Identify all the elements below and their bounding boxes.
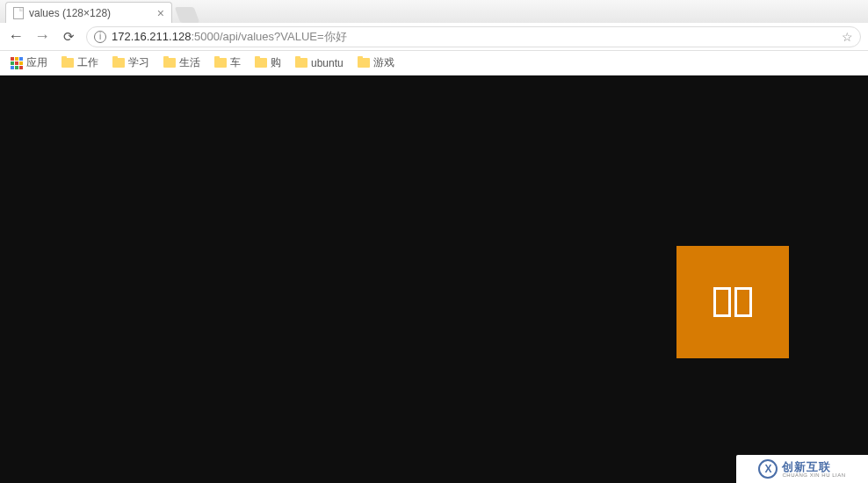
page-content: X 创新互联 CHUANG XIN HU LIAN: [0, 76, 868, 483]
bookmark-label: 工作: [77, 55, 98, 70]
apps-button[interactable]: 应用: [5, 53, 53, 73]
bookmark-folder[interactable]: 车: [209, 53, 246, 73]
folder-icon: [255, 58, 267, 68]
bookmark-folder[interactable]: 购: [250, 53, 286, 73]
bookmark-folder[interactable]: ubuntu: [290, 54, 349, 72]
browser-tab[interactable]: values (128×128) ×: [5, 2, 172, 23]
watermark: X 创新互联 CHUANG XIN HU LIAN: [736, 455, 868, 483]
rendered-image: [676, 246, 789, 358]
reload-button[interactable]: ⟳: [60, 29, 77, 45]
tofu-glyph-icon: [734, 287, 752, 317]
bookmark-folder[interactable]: 生活: [158, 53, 206, 73]
bookmark-label: ubuntu: [311, 57, 344, 69]
watermark-en: CHUANG XIN HU LIAN: [782, 472, 845, 478]
forward-button[interactable]: →: [33, 27, 51, 46]
page-icon: [13, 7, 24, 19]
watermark-text: 创新互联 CHUANG XIN HU LIAN: [782, 461, 845, 478]
bookmark-label: 购: [271, 55, 281, 70]
bookmark-label: 车: [230, 55, 241, 70]
site-info-icon[interactable]: i: [94, 31, 106, 43]
tofu-glyph-icon: [713, 287, 731, 317]
bookmarks-bar: 应用 工作 学习 生活 车 购 ubuntu 游戏: [0, 51, 868, 76]
bookmark-label: 学习: [128, 55, 149, 70]
back-button[interactable]: ←: [7, 27, 25, 46]
url-text: 172.16.211.128:5000/api/values?VALUE=你好: [112, 29, 836, 45]
bookmark-label: 游戏: [373, 55, 394, 70]
bookmark-folder[interactable]: 游戏: [352, 53, 400, 73]
folder-icon: [112, 58, 125, 68]
tab-title: values (128×128): [29, 7, 152, 19]
new-tab-button[interactable]: [175, 7, 200, 23]
folder-icon: [214, 58, 227, 68]
bookmark-folder[interactable]: 学习: [107, 53, 155, 73]
address-bar[interactable]: i 172.16.211.128:5000/api/values?VALUE=你…: [86, 26, 861, 47]
nav-bar: ← → ⟳ i 172.16.211.128:5000/api/values?V…: [0, 23, 868, 51]
folder-icon: [61, 58, 74, 68]
folder-icon: [358, 58, 370, 68]
folder-icon: [163, 58, 176, 68]
close-icon[interactable]: ×: [157, 6, 164, 20]
watermark-cn: 创新互联: [782, 461, 845, 472]
apps-label: 应用: [26, 55, 47, 70]
bookmark-star-icon[interactable]: ☆: [842, 30, 853, 44]
bookmark-folder[interactable]: 工作: [56, 53, 104, 73]
bookmark-label: 生活: [179, 55, 200, 70]
watermark-logo-icon: X: [758, 459, 778, 479]
apps-icon: [11, 57, 23, 69]
tab-bar: values (128×128) ×: [0, 0, 868, 23]
folder-icon: [295, 58, 307, 68]
